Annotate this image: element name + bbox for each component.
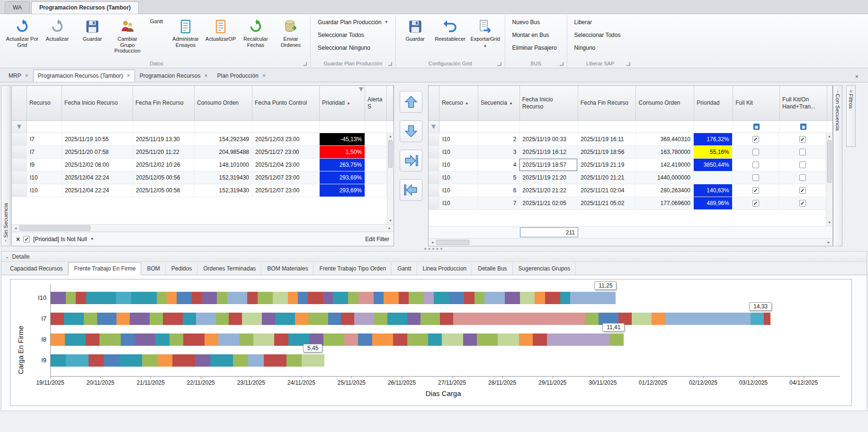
ribbon-item-seleccionar-todos[interactable]: Seleccionar Todos [570, 29, 631, 41]
scroll-left-icon[interactable]: ◄ [12, 225, 19, 232]
filter-row-cell[interactable] [27, 121, 62, 133]
document-tab-programacion-recursos[interactable]: Programacion Recursos× [135, 70, 213, 82]
detail-tab-frente-trabajo-tipo-orden[interactable]: Frente Trabajo Tipo Orden [313, 262, 392, 275]
summary-count-box[interactable]: 211 [520, 227, 578, 237]
ribbon-button-actualizar[interactable]: Actualizar [40, 16, 74, 59]
table-row[interactable]: I72025/11/20 07:582025/11/20 11:22204,98… [12, 146, 394, 159]
filter-dropdown-icon[interactable]: ▼ [90, 237, 94, 241]
horizontal-scrollbar[interactable]: ◄ ► [12, 224, 394, 232]
column-header-fecha-fin-recurso[interactable]: Fecha Fin Recurso [578, 86, 636, 120]
ribbon-item-guardar-plan-producci-n[interactable]: Guardar Plan Producción▼ [313, 16, 393, 28]
column-header-consumo-orden[interactable]: Consumo Orden [636, 86, 694, 120]
column-header-fecha-inicio-recurso[interactable]: Fecha Inicio Recurso [520, 86, 578, 120]
ribbon-group-caption[interactable]: Datos [5, 59, 308, 68]
collapse-chevron-icon[interactable]: ‹ [5, 238, 6, 243]
tab-close-icon[interactable]: × [204, 73, 207, 79]
ribbon-button-actualizarop[interactable]: ActualizarOP [204, 16, 238, 59]
column-header-alerta-s[interactable]: Alerta S [365, 86, 387, 120]
table-row[interactable]: I1062025/11/20 21:222025/11/21 02:04280,… [429, 184, 832, 197]
dialog-launcher-icon[interactable] [626, 62, 630, 66]
detail-tab-detalle-bus[interactable]: Detalle Bus [472, 262, 512, 275]
ribbon-item-seleccionar-todos[interactable]: Seleccionar Todos [313, 29, 393, 41]
ribbon-group-caption[interactable]: Liberar SAP [570, 59, 631, 68]
scroll-right-icon[interactable]: ► [825, 239, 832, 246]
document-tab-programacion-recursos-tambor[interactable]: Programacion Recursos (Tambor)× [33, 70, 135, 82]
ribbon-button-recalcular-fechas[interactable]: Recalcular Fechas [239, 16, 273, 59]
detail-tab-capacidad-recursos[interactable]: Capacidad Recursos [4, 262, 68, 275]
filter-funnel-icon[interactable] [12, 121, 27, 133]
filter-funnel-icon[interactable] [358, 87, 364, 93]
con-secuencia-side-tab[interactable]: › Con Secuencia [833, 85, 842, 246]
checkbox[interactable]: ✓ [752, 200, 759, 207]
filter-row-cell[interactable] [62, 121, 133, 133]
detail-tab-frente-trabajo-en-firme[interactable]: Frente Trabajo En Firme [68, 262, 141, 275]
stacked-bar-i9[interactable] [51, 354, 324, 367]
checkbox[interactable]: ✓ [799, 187, 806, 194]
column-header-fecha-fin-recurso[interactable]: Fecha Fin Recurso [133, 86, 195, 120]
vertical-scrollbar[interactable]: ▲ ▼ [387, 133, 394, 224]
table-row[interactable]: I1042025/11/19 18:572025/11/19 21:19142,… [429, 159, 832, 171]
scroll-up-icon[interactable]: ▲ [387, 133, 394, 140]
filter-row-cell[interactable] [478, 121, 520, 133]
filter-expression[interactable]: [Prioridad] Is Not Null [33, 236, 87, 243]
move-to-sequence-button[interactable] [400, 150, 422, 171]
scroll-up-icon[interactable]: ▲ [826, 133, 832, 140]
checkbox-filter-icon[interactable]: ▣ [800, 124, 806, 130]
sin-secuencia-side-tab[interactable]: Sin Secuencia ‹ [1, 85, 10, 246]
filter-row-cell[interactable] [133, 121, 195, 133]
horizontal-scrollbar[interactable]: ◄ ► [429, 238, 832, 246]
ribbon-button-enviar-ordenes[interactable]: Enviar Ordenes [274, 16, 308, 59]
checkbox[interactable]: ✓ [752, 136, 759, 143]
ribbon-item-nuevo-bus[interactable]: Nuevo Bus [508, 16, 564, 28]
scroll-down-icon[interactable]: ▼ [387, 217, 394, 224]
scroll-left-icon[interactable]: ◄ [429, 239, 436, 246]
table-row[interactable]: I102025/12/04 22:242025/12/05 00:56152,3… [12, 171, 394, 184]
filter-row-cell[interactable]: ▣ [733, 121, 780, 133]
filter-row-cell[interactable]: ▣ [780, 121, 827, 133]
ribbon-item-eliminar-pasajero[interactable]: Eliminar Pasajero [508, 42, 564, 54]
filter-row-cell[interactable] [520, 121, 578, 133]
checkbox[interactable]: ✓ [752, 187, 759, 194]
checkbox[interactable] [799, 162, 806, 168]
ribbon-button-administrar-ensayos[interactable]: Administrar Ensayos [169, 16, 203, 59]
filter-row-cell[interactable] [365, 121, 387, 133]
detail-tab-sugerencias-grupos[interactable]: Sugerencias Grupos [513, 262, 576, 275]
filter-row-cell[interactable] [636, 121, 694, 133]
checkbox[interactable] [752, 149, 759, 155]
stacked-bar-i8[interactable] [51, 333, 624, 346]
scrollbar-thumb[interactable] [436, 240, 469, 245]
filtros-side-tab[interactable]: « Filtros [846, 85, 856, 147]
stacked-bar-i10[interactable] [51, 292, 616, 304]
ribbon-button-cambiar-grupo-produccion[interactable]: Cambiar Grupo Produccion [110, 16, 144, 59]
ribbon-button-reestablecer[interactable]: Reestablecer [433, 16, 467, 59]
checkbox-filter-icon[interactable]: ▣ [753, 124, 760, 130]
ribbon-button-gantt[interactable]: Gantt [145, 16, 168, 27]
checkbox[interactable] [752, 162, 759, 168]
dialog-launcher-icon[interactable] [560, 62, 564, 66]
horizontal-splitter[interactable]: ●●●●● [0, 246, 868, 251]
scrollbar-thumb[interactable] [827, 140, 832, 183]
checkbox[interactable] [799, 174, 806, 181]
column-header-full-kit-on-hand-tran[interactable]: Full Kit/On Hand+Tran... [780, 86, 827, 120]
ribbon-group-caption[interactable]: Guardar Plan Producción [313, 59, 393, 68]
table-row[interactable]: I92025/12/02 08:002025/12/02 10:26148,10… [12, 159, 394, 171]
dialog-launcher-icon[interactable] [388, 62, 392, 66]
document-tab-plan-producci-n[interactable]: Plan Producción× [213, 70, 270, 82]
ribbon-group-caption[interactable]: Configuración Grid [398, 59, 502, 68]
ribbon-item-seleccionar-ninguno[interactable]: Seleccionar Ninguno [313, 42, 393, 54]
column-header-secuencia[interactable]: Secuencia▲ [478, 86, 520, 120]
ribbon-group-caption[interactable]: BUS [508, 59, 564, 68]
edit-filter-button[interactable]: Edit Filter [365, 236, 389, 243]
detail-tab-gantt[interactable]: Gantt [392, 262, 417, 275]
filter-row-cell[interactable] [320, 121, 365, 133]
scroll-right-icon[interactable]: ► [386, 225, 394, 232]
tab-close-icon[interactable]: × [262, 73, 266, 79]
dialog-launcher-icon[interactable] [303, 62, 307, 66]
tab-close-icon[interactable]: × [127, 73, 130, 79]
move-down-button[interactable] [400, 120, 422, 142]
table-row[interactable]: I1022025/11/19 00:332025/11/19 16:11369,… [429, 133, 832, 146]
ribbon-button-guardar[interactable]: Guardar [75, 16, 109, 59]
detail-tab-bom-materiales[interactable]: BOM Materiales [261, 262, 313, 275]
ribbon-button-exportargrid[interactable]: ExportarGrid▼ [468, 16, 502, 59]
detail-tab-pedidos[interactable]: Pedidos [166, 262, 197, 275]
